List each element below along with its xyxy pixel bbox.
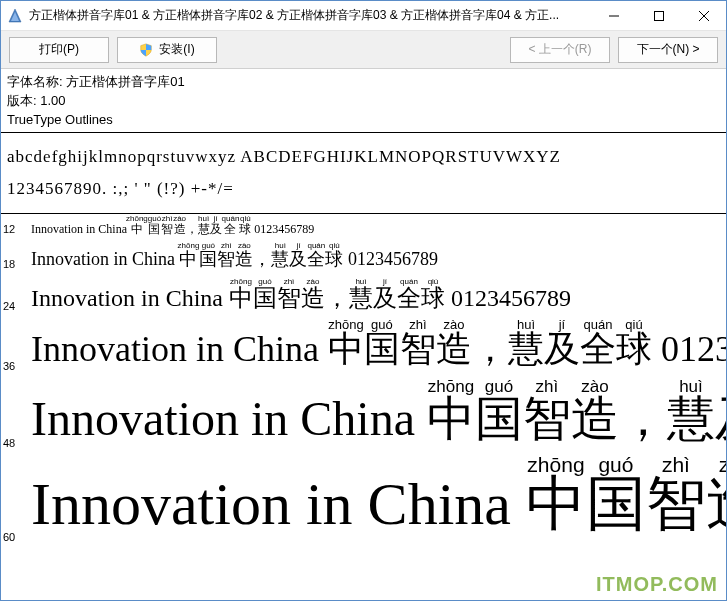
prev-button[interactable]: < 上一个(R) [510,37,610,63]
cjk-char: 中zhōng [328,329,364,369]
watermark: ITMOP.COM [596,573,718,596]
sample-list: 12Innovation in China 中zhōng国guó智zhì造zào… [1,214,726,549]
sample-digits: 0123456789 [343,249,438,269]
cjk-char: 慧huì [667,392,715,445]
maximize-icon [654,11,664,21]
print-label: 打印(P) [39,41,79,58]
next-label: 下一个(N) > [637,41,700,58]
sample-comma: ， [619,392,667,445]
sample-digits: 0123456789 [652,329,726,369]
window-controls [591,1,726,30]
cjk-char: 及jí [715,392,726,445]
cjk-char: 造zào [235,249,253,269]
cjk-char: 球qiú [616,329,652,369]
cjk-char: 智zhì [161,222,173,236]
shield-icon [139,43,153,57]
charset-digits-symbols: 1234567890. :,; ' " (!?) +-*/= [7,173,720,205]
sample-english: Innovation in China [31,222,130,236]
cjk-char: 慧huì [198,222,210,236]
cjk-char: 造zào [173,222,185,236]
sample-comma: ， [472,329,508,369]
sample-comma: ， [325,285,349,311]
font-version-label: 版本: [7,93,37,108]
cjk-char: 中zhōng [130,222,148,236]
cjk-char: 智zhì [217,249,235,269]
sample-text: Innovation in China 中zhōng国guó智zhì造zào，慧… [25,378,726,456]
font-version-row: 版本: 1.00 [7,92,720,111]
prev-label: < 上一个(R) [529,41,592,58]
sample-text: Innovation in China 中zhōng国guó智zhì造zào，慧… [25,455,726,549]
sample-row: 24Innovation in China 中zhōng国guó智zhì造zào… [1,276,726,318]
cjk-char: 及jí [210,222,222,236]
charset-lower-upper: abcdefghijklmnopqrstuvwxyz ABCDEFGHIJKLM… [7,141,720,173]
close-button[interactable] [681,1,726,30]
cjk-char: 国guó [148,222,161,236]
cjk-char: 智zhì [523,392,571,445]
cjk-char: 全quán [580,329,616,369]
font-info: 字体名称: 方正楷体拼音字库01 版本: 1.00 TrueType Outli… [1,69,726,133]
charset-block: abcdefghijklmnopqrstuvwxyz ABCDEFGHIJKLM… [1,133,726,215]
print-button[interactable]: 打印(P) [9,37,109,63]
cjk-char: 中zhōng [427,392,475,445]
font-name-value: 方正楷体拼音字库01 [66,74,184,89]
cjk-char: 全quán [222,222,240,236]
cjk-char: 造zào [706,471,726,537]
cjk-char: 慧huì [271,249,289,269]
cjk-char: 及jí [373,285,397,311]
sample-row: 36Innovation in China 中zhōng国guó智zhì造zào… [1,318,726,378]
window-title: 方正楷体拼音字库01 & 方正楷体拼音字库02 & 方正楷体拼音字库03 & 方… [29,7,591,24]
cjk-char: 慧huì [508,329,544,369]
next-button[interactable]: 下一个(N) > [618,37,718,63]
sample-text: Innovation in China 中zhōng国guó智zhì造zào，慧… [25,241,438,275]
sample-text: Innovation in China 中zhōng国guó智zhì造zào，慧… [25,276,571,318]
sample-english: Innovation in China [31,392,427,445]
sample-english: Innovation in China [31,329,328,369]
cjk-char: 国guó [586,471,646,537]
cjk-char: 智zhì [646,471,706,537]
sample-size-label: 60 [1,531,25,549]
cjk-char: 及jí [289,249,307,269]
sample-row: 18Innovation in China 中zhōng国guó智zhì造zào… [1,241,726,275]
sample-comma: ， [253,249,271,269]
install-label: 安装(I) [159,41,194,58]
sample-row: 60Innovation in China 中zhōng国guó智zhì造zào… [1,455,726,549]
sample-size-label: 18 [1,258,25,276]
sample-comma: ， [186,222,198,236]
font-outlines: TrueType Outlines [7,111,720,130]
sample-english: Innovation in China [31,285,229,311]
sample-size-label: 24 [1,300,25,318]
font-name-label: 字体名称: [7,74,63,89]
cjk-char: 全quán [307,249,325,269]
app-icon [7,8,23,24]
sample-text: Innovation in China 中zhōng国guó智zhì造zào，慧… [25,318,726,378]
sample-size-label: 12 [1,223,25,241]
font-name-row: 字体名称: 方正楷体拼音字库01 [7,73,720,92]
cjk-char: 球qiú [325,249,343,269]
cjk-char: 智zhì [277,285,301,311]
cjk-char: 中zhōng [229,285,253,311]
cjk-char: 全quán [397,285,421,311]
cjk-char: 及jí [544,329,580,369]
minimize-icon [609,11,619,21]
sample-digits: 0123456789 [251,222,314,236]
toolbar: 打印(P) 安装(I) < 上一个(R) 下一个(N) > [1,31,726,69]
cjk-char: 造zào [301,285,325,311]
cjk-char: 球qiú [239,222,251,236]
cjk-char: 球qiú [421,285,445,311]
sample-size-label: 36 [1,360,25,378]
maximize-button[interactable] [636,1,681,30]
minimize-button[interactable] [591,1,636,30]
cjk-char: 造zào [571,392,619,445]
cjk-char: 造zào [436,329,472,369]
sample-size-label: 48 [1,437,25,455]
cjk-char: 中zhōng [526,471,586,537]
install-button[interactable]: 安装(I) [117,37,217,63]
cjk-char: 国guó [253,285,277,311]
cjk-char: 国guó [475,392,523,445]
sample-row: 12Innovation in China 中zhōng国guó智zhì造zào… [1,214,726,241]
font-version-value: 1.00 [40,93,65,108]
sample-english: Innovation in China [31,249,179,269]
cjk-char: 国guó [199,249,217,269]
titlebar: 方正楷体拼音字库01 & 方正楷体拼音字库02 & 方正楷体拼音字库03 & 方… [1,1,726,31]
close-icon [699,11,709,21]
